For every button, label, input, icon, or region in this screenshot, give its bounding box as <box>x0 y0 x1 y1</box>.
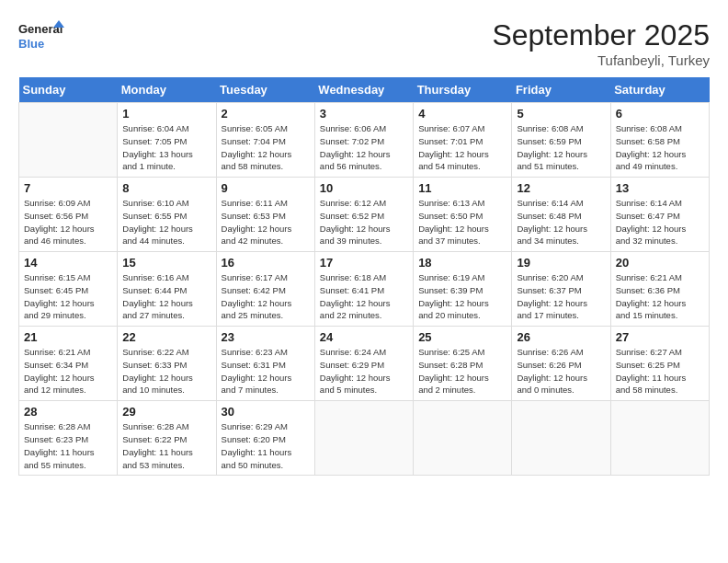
day-info: Sunrise: 6:14 AM Sunset: 6:48 PM Dayligh… <box>517 197 605 247</box>
calendar-cell: 24Sunrise: 6:24 AM Sunset: 6:29 PM Dayli… <box>314 327 413 401</box>
day-info: Sunrise: 6:17 AM Sunset: 6:42 PM Dayligh… <box>222 271 310 322</box>
week-row-4: 28Sunrise: 6:28 AM Sunset: 6:23 PM Dayli… <box>19 401 710 476</box>
day-number: 24 <box>320 330 408 344</box>
day-number: 13 <box>616 181 704 195</box>
calendar-cell <box>19 103 118 178</box>
day-info: Sunrise: 6:13 AM Sunset: 6:50 PM Dayligh… <box>418 197 506 247</box>
calendar-cell: 2Sunrise: 6:05 AM Sunset: 7:04 PM Daylig… <box>216 103 314 178</box>
week-row-2: 14Sunrise: 6:15 AM Sunset: 6:45 PM Dayli… <box>19 252 710 327</box>
location-title: Tufanbeyli, Turkey <box>492 52 710 68</box>
day-number: 25 <box>418 330 506 344</box>
calendar-cell: 10Sunrise: 6:12 AM Sunset: 6:52 PM Dayli… <box>314 178 413 252</box>
day-info: Sunrise: 6:08 AM Sunset: 6:59 PM Dayligh… <box>517 122 605 173</box>
day-info: Sunrise: 6:07 AM Sunset: 7:01 PM Dayligh… <box>418 122 506 173</box>
day-number: 10 <box>320 181 408 195</box>
calendar-cell: 26Sunrise: 6:26 AM Sunset: 6:26 PM Dayli… <box>512 327 610 401</box>
day-info: Sunrise: 6:15 AM Sunset: 6:45 PM Dayligh… <box>24 271 112 322</box>
day-number: 4 <box>418 107 506 121</box>
logo: General Blue <box>18 18 64 57</box>
day-number: 22 <box>122 330 210 344</box>
title-block: September 2025 Tufanbeyli, Turkey <box>492 18 710 68</box>
month-title: September 2025 <box>492 18 710 52</box>
day-number: 6 <box>616 107 704 121</box>
day-info: Sunrise: 6:27 AM Sunset: 6:25 PM Dayligh… <box>616 346 704 396</box>
day-number: 16 <box>222 256 310 270</box>
page-header: General Blue September 2025 Tufanbeyli, … <box>18 18 710 68</box>
col-header-monday: Monday <box>118 77 216 103</box>
calendar-cell: 14Sunrise: 6:15 AM Sunset: 6:45 PM Dayli… <box>19 252 118 327</box>
day-info: Sunrise: 6:04 AM Sunset: 7:05 PM Dayligh… <box>122 122 210 173</box>
calendar-cell: 6Sunrise: 6:08 AM Sunset: 6:58 PM Daylig… <box>610 103 709 178</box>
calendar-cell: 22Sunrise: 6:22 AM Sunset: 6:33 PM Dayli… <box>118 327 216 401</box>
calendar-cell: 5Sunrise: 6:08 AM Sunset: 6:59 PM Daylig… <box>512 103 610 178</box>
logo-svg: General Blue <box>18 18 64 57</box>
calendar-cell: 16Sunrise: 6:17 AM Sunset: 6:42 PM Dayli… <box>216 252 314 327</box>
day-number: 12 <box>517 181 605 195</box>
day-info: Sunrise: 6:11 AM Sunset: 6:53 PM Dayligh… <box>222 197 310 247</box>
calendar-cell: 28Sunrise: 6:28 AM Sunset: 6:23 PM Dayli… <box>19 401 118 476</box>
calendar-cell: 4Sunrise: 6:07 AM Sunset: 7:01 PM Daylig… <box>414 103 512 178</box>
calendar-cell <box>414 401 512 476</box>
col-header-sunday: Sunday <box>19 77 118 103</box>
col-header-tuesday: Tuesday <box>216 77 314 103</box>
calendar-cell: 9Sunrise: 6:11 AM Sunset: 6:53 PM Daylig… <box>216 178 314 252</box>
day-number: 5 <box>517 107 605 121</box>
calendar-cell: 13Sunrise: 6:14 AM Sunset: 6:47 PM Dayli… <box>610 178 709 252</box>
day-info: Sunrise: 6:12 AM Sunset: 6:52 PM Dayligh… <box>320 197 408 247</box>
day-number: 19 <box>517 256 605 270</box>
calendar-cell: 18Sunrise: 6:19 AM Sunset: 6:39 PM Dayli… <box>414 252 512 327</box>
day-number: 3 <box>320 107 408 121</box>
day-info: Sunrise: 6:21 AM Sunset: 6:34 PM Dayligh… <box>24 346 112 396</box>
day-number: 11 <box>418 181 506 195</box>
calendar-cell: 29Sunrise: 6:28 AM Sunset: 6:22 PM Dayli… <box>118 401 216 476</box>
calendar-cell: 3Sunrise: 6:06 AM Sunset: 7:02 PM Daylig… <box>314 103 413 178</box>
calendar-cell: 17Sunrise: 6:18 AM Sunset: 6:41 PM Dayli… <box>314 252 413 327</box>
calendar-cell: 7Sunrise: 6:09 AM Sunset: 6:56 PM Daylig… <box>19 178 118 252</box>
col-header-thursday: Thursday <box>414 77 512 103</box>
day-number: 15 <box>122 256 210 270</box>
day-number: 20 <box>616 256 704 270</box>
day-info: Sunrise: 6:08 AM Sunset: 6:58 PM Dayligh… <box>616 122 704 173</box>
day-info: Sunrise: 6:21 AM Sunset: 6:36 PM Dayligh… <box>616 271 704 322</box>
calendar-cell <box>610 401 709 476</box>
day-number: 8 <box>122 181 210 195</box>
week-row-1: 7Sunrise: 6:09 AM Sunset: 6:56 PM Daylig… <box>19 178 710 252</box>
calendar-cell <box>512 401 610 476</box>
day-number: 30 <box>222 405 310 419</box>
day-info: Sunrise: 6:09 AM Sunset: 6:56 PM Dayligh… <box>24 197 112 247</box>
day-info: Sunrise: 6:05 AM Sunset: 7:04 PM Dayligh… <box>222 122 310 173</box>
day-info: Sunrise: 6:20 AM Sunset: 6:37 PM Dayligh… <box>517 271 605 322</box>
day-number: 23 <box>222 330 310 344</box>
calendar-cell: 1Sunrise: 6:04 AM Sunset: 7:05 PM Daylig… <box>118 103 216 178</box>
day-number: 21 <box>24 330 112 344</box>
day-info: Sunrise: 6:14 AM Sunset: 6:47 PM Dayligh… <box>616 197 704 247</box>
day-info: Sunrise: 6:28 AM Sunset: 6:23 PM Dayligh… <box>24 420 112 471</box>
week-row-0: 1Sunrise: 6:04 AM Sunset: 7:05 PM Daylig… <box>19 103 710 178</box>
day-number: 7 <box>24 181 112 195</box>
day-number: 17 <box>320 256 408 270</box>
day-number: 2 <box>222 107 310 121</box>
svg-text:Blue: Blue <box>18 37 44 51</box>
day-number: 28 <box>24 405 112 419</box>
day-info: Sunrise: 6:16 AM Sunset: 6:44 PM Dayligh… <box>122 271 210 322</box>
calendar-cell: 21Sunrise: 6:21 AM Sunset: 6:34 PM Dayli… <box>19 327 118 401</box>
week-row-3: 21Sunrise: 6:21 AM Sunset: 6:34 PM Dayli… <box>19 327 710 401</box>
calendar-table: SundayMondayTuesdayWednesdayThursdayFrid… <box>18 77 710 476</box>
calendar-cell: 25Sunrise: 6:25 AM Sunset: 6:28 PM Dayli… <box>414 327 512 401</box>
col-header-saturday: Saturday <box>610 77 709 103</box>
day-info: Sunrise: 6:29 AM Sunset: 6:20 PM Dayligh… <box>222 420 310 471</box>
day-number: 27 <box>616 330 704 344</box>
day-info: Sunrise: 6:28 AM Sunset: 6:22 PM Dayligh… <box>122 420 210 471</box>
header-row: SundayMondayTuesdayWednesdayThursdayFrid… <box>19 77 710 103</box>
calendar-cell: 27Sunrise: 6:27 AM Sunset: 6:25 PM Dayli… <box>610 327 709 401</box>
calendar-cell: 15Sunrise: 6:16 AM Sunset: 6:44 PM Dayli… <box>118 252 216 327</box>
calendar-cell: 8Sunrise: 6:10 AM Sunset: 6:55 PM Daylig… <box>118 178 216 252</box>
calendar-cell: 30Sunrise: 6:29 AM Sunset: 6:20 PM Dayli… <box>216 401 314 476</box>
day-info: Sunrise: 6:19 AM Sunset: 6:39 PM Dayligh… <box>418 271 506 322</box>
day-info: Sunrise: 6:23 AM Sunset: 6:31 PM Dayligh… <box>222 346 310 396</box>
col-header-wednesday: Wednesday <box>314 77 413 103</box>
calendar-cell <box>314 401 413 476</box>
day-number: 18 <box>418 256 506 270</box>
day-info: Sunrise: 6:06 AM Sunset: 7:02 PM Dayligh… <box>320 122 408 173</box>
day-info: Sunrise: 6:22 AM Sunset: 6:33 PM Dayligh… <box>122 346 210 396</box>
